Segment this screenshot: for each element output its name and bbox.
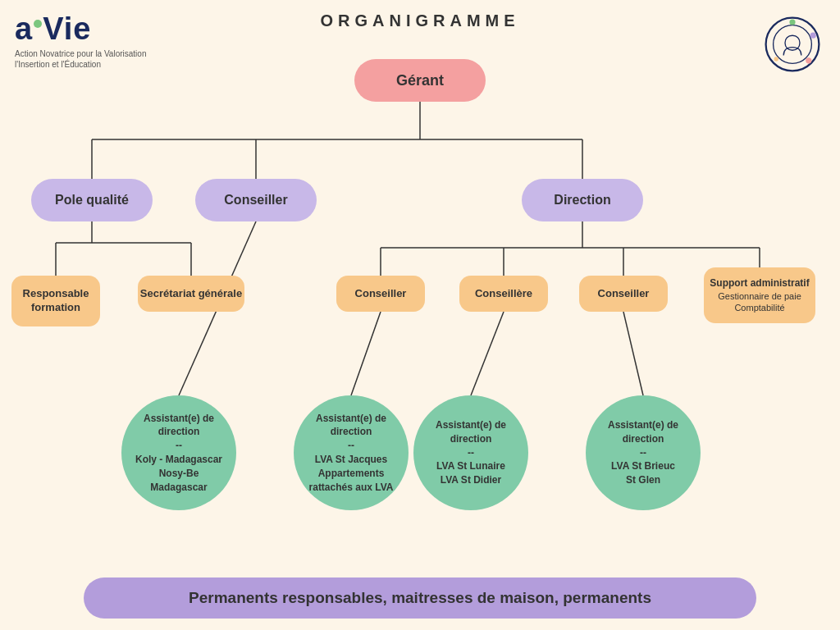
circle-2-node: Assistant(e) de direction -- LVA St Jacq… [294,395,409,510]
circle-1-node: Assistant(e) de direction -- Koly - Mada… [121,395,236,510]
resp-formation-text: Responsable formation [23,287,89,315]
logo-anvie: aVie [15,11,92,47]
svg-point-22 [810,33,816,39]
direction-node: Direction [522,179,643,221]
svg-line-17 [471,312,504,395]
svg-line-16 [351,312,381,395]
svg-point-20 [774,25,812,64]
bottom-banner: Permanents responsables, maitresses de m… [84,578,756,619]
logo-subtitle: Action Novatrice pour la Valorisation l'… [15,48,146,70]
secretariat-node: Secrétariat générale [138,276,244,312]
pole-qualite-node: Pole qualité [31,179,153,221]
conseillere-l3-node: Conseillère [459,276,548,312]
svg-point-21 [789,19,795,25]
conseiller-l3b-node: Conseiller [579,276,668,312]
logo-area: aVie Action Novatrice pour la Valorisati… [15,11,146,70]
support-admin-node: Support administratif Gestionnaire de pa… [704,267,815,323]
logo-text: aVie [15,11,146,47]
svg-point-24 [774,57,778,61]
right-logo-icon [763,15,822,74]
gerant-node: Gérant [354,59,486,102]
conseiller-l3a-node: Conseiller [336,276,425,312]
svg-line-18 [623,312,643,395]
circle-4-node: Assistant(e) de direction -- LVA St Brie… [586,395,701,510]
circle-3-node: Assistant(e) de direction -- LVA St Luna… [413,395,528,510]
svg-point-23 [806,57,811,63]
resp-formation-node: Responsable formation [11,276,100,326]
conseiller-l2-node: Conseiller [195,179,317,221]
svg-point-19 [766,18,819,71]
